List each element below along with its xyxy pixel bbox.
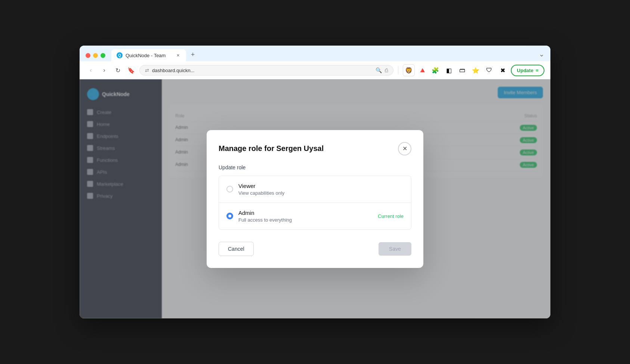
manage-role-modal: Manage role for Sergen Uysal ✕ Update ro…: [207, 130, 423, 268]
share-icon[interactable]: ⎙: [385, 67, 388, 73]
modal-footer: Cancel Save: [219, 242, 411, 256]
minimize-traffic-light[interactable]: [93, 53, 98, 58]
extensions-icon[interactable]: 🧩: [430, 65, 441, 75]
brave-shields-icon[interactable]: 🦁: [403, 64, 415, 76]
x-icon[interactable]: ✖: [497, 65, 508, 75]
new-tab-button[interactable]: +: [188, 49, 198, 60]
nav-bar: ‹ › ↻ 🔖 ⇄ dashboard.quickn... 🔍 ⎙ 🦁 🔺 🧩 …: [80, 61, 550, 79]
modal-backdrop[interactable]: Manage role for Sergen Uysal ✕ Update ro…: [80, 79, 550, 318]
update-label: Update: [517, 68, 533, 73]
admin-role-option[interactable]: Admin Full access to everything Current …: [219, 203, 411, 229]
tab-close-button[interactable]: ✕: [175, 52, 181, 58]
browser-window: Q QuickNode - Team ✕ + ⌄ ‹ › ↻ 🔖 ⇄ dashb…: [80, 46, 550, 318]
hamburger-icon: ≡: [535, 68, 538, 73]
sidebar-icon[interactable]: ◧: [444, 65, 454, 75]
browser-content: QuickNode Create Home Endpoints Streams: [80, 79, 550, 318]
close-traffic-light[interactable]: [86, 53, 90, 58]
save-button[interactable]: Save: [379, 242, 411, 256]
viewer-role-info: Viewer View capabilities only: [238, 183, 404, 196]
bookmark-button[interactable]: 🔖: [126, 65, 136, 75]
zoom-out-icon[interactable]: 🔍: [376, 67, 382, 73]
forward-button[interactable]: ›: [99, 65, 109, 75]
viewer-role-desc: View capabilities only: [238, 190, 404, 196]
nav-separator: [398, 67, 398, 74]
modal-section-label: Update role: [219, 164, 411, 170]
viewer-role-option[interactable]: Viewer View capabilities only: [219, 176, 411, 203]
starred-icon[interactable]: ⭐: [470, 65, 481, 75]
viewer-role-name: Viewer: [238, 183, 404, 189]
admin-role-info: Admin Full access to everything: [238, 210, 373, 223]
cancel-button[interactable]: Cancel: [219, 242, 254, 256]
back-button[interactable]: ‹: [86, 65, 96, 75]
current-role-badge: Current role: [378, 213, 404, 219]
address-text: dashboard.quickn...: [152, 68, 373, 73]
role-options-group: Viewer View capabilities only Admin Full…: [219, 176, 411, 230]
aurora-icon[interactable]: 🔺: [418, 66, 427, 75]
admin-role-name: Admin: [238, 210, 373, 216]
modal-close-button[interactable]: ✕: [398, 142, 411, 155]
radio-inner-dot: [228, 215, 231, 218]
maximize-traffic-light[interactable]: [101, 53, 105, 58]
admin-radio[interactable]: [226, 213, 233, 219]
connection-icon: ⇄: [145, 68, 149, 73]
viewer-radio[interactable]: [226, 186, 233, 192]
tab-overflow-button[interactable]: ⌄: [539, 50, 544, 61]
tab-favicon: Q: [117, 52, 123, 58]
vpn-icon[interactable]: 🛡: [484, 65, 494, 75]
address-bar[interactable]: ⇄ dashboard.quickn... 🔍 ⎙: [139, 65, 393, 75]
reload-button[interactable]: ↻: [112, 65, 123, 75]
title-bar: Q QuickNode - Team ✕ + ⌄: [80, 46, 550, 61]
close-icon: ✕: [402, 145, 407, 152]
active-tab[interactable]: Q QuickNode - Team ✕: [111, 49, 186, 61]
modal-header: Manage role for Sergen Uysal ✕: [219, 142, 411, 155]
admin-role-desc: Full access to everything: [238, 217, 373, 223]
update-button[interactable]: Update ≡: [511, 65, 544, 76]
traffic-lights: [86, 53, 105, 58]
modal-title: Manage role for Sergen Uysal: [219, 144, 324, 153]
tab-title: QuickNode - Team: [126, 53, 172, 58]
tab-bar: Q QuickNode - Team ✕ + ⌄: [111, 49, 544, 61]
wallet-icon[interactable]: 🗃: [457, 65, 467, 75]
